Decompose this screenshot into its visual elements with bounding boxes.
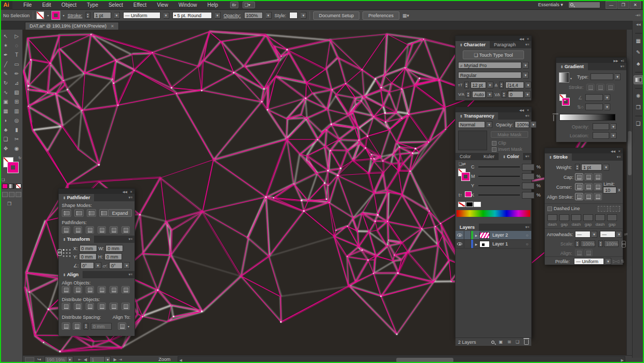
next-artboard-icon[interactable]: ▶ bbox=[113, 357, 116, 362]
intersect-button[interactable] bbox=[87, 209, 96, 217]
close-panel-icon[interactable]: ✕ bbox=[527, 108, 529, 112]
gradient-stroke-within-button[interactable] bbox=[586, 84, 595, 91]
gradient-type-field[interactable] bbox=[591, 73, 613, 80]
restore-button[interactable]: ❐ bbox=[618, 1, 629, 9]
pencil-tool[interactable]: ✏ bbox=[11, 69, 22, 79]
arrow-align-end-button[interactable] bbox=[584, 249, 593, 256]
scale-start-field[interactable]: 100% bbox=[581, 240, 595, 247]
current-color-swatch[interactable] bbox=[465, 191, 472, 197]
trim-button[interactable] bbox=[74, 226, 82, 234]
previous-color-icon[interactable]: t↑ bbox=[459, 192, 462, 198]
layer-name[interactable]: Layer 1 bbox=[492, 241, 523, 247]
workspace-switcher[interactable]: Essentials ▾ bbox=[538, 2, 563, 7]
flip-along-icon[interactable]: ▷◁ bbox=[613, 259, 619, 264]
font-size-field[interactable]: 12 pt bbox=[471, 82, 486, 88]
tab-gradient[interactable]: ⇕Gradient bbox=[556, 63, 588, 70]
expand-button[interactable]: Expand bbox=[108, 209, 132, 217]
tab-character[interactable]: ⇕Character bbox=[455, 41, 490, 48]
gradient-aspect-field[interactable] bbox=[585, 103, 603, 110]
hand-tool[interactable]: ✥ bbox=[1, 144, 11, 153]
spacing-stepper[interactable]: ▲▼ bbox=[84, 323, 88, 330]
y-field[interactable]: 0 mm bbox=[79, 253, 97, 260]
dash-field[interactable] bbox=[547, 214, 557, 221]
panel-menu-icon[interactable]: ▾≡ bbox=[523, 41, 531, 48]
layer-thumbnail[interactable] bbox=[479, 241, 490, 248]
white-swatch[interactable] bbox=[474, 202, 481, 207]
first-artboard-icon[interactable]: ⇤ bbox=[78, 357, 82, 362]
horizontal-distribute-space-button[interactable] bbox=[73, 322, 81, 330]
arrowhead-start-dropdown[interactable]: ▼ bbox=[592, 231, 597, 238]
tab-transform[interactable]: ⇕Transform bbox=[59, 236, 94, 243]
projecting-cap-button[interactable] bbox=[594, 173, 602, 180]
weight-stepper[interactable]: ▲▼ bbox=[575, 164, 580, 171]
close-panel-icon[interactable]: ✕ bbox=[618, 149, 621, 153]
arrowhead-start-field[interactable]: — bbox=[575, 231, 591, 238]
expand-panel-icon[interactable]: ▶▶ bbox=[613, 59, 618, 62]
collapse-panel-icon[interactable]: ◀◀ bbox=[519, 37, 524, 41]
scale-start-stepper[interactable]: ▲▼ bbox=[575, 240, 580, 247]
layer-row[interactable]: ▶ Layer 2 ○ bbox=[455, 231, 531, 240]
tab-transparency[interactable]: ⇕Transparency bbox=[455, 112, 498, 120]
leading-stepper[interactable]: ▲▼ bbox=[499, 82, 504, 88]
tab-layers[interactable]: Layers bbox=[455, 224, 479, 231]
none-mode-button[interactable] bbox=[16, 184, 21, 189]
distribute-bottom-button[interactable] bbox=[86, 303, 94, 310]
artboards-icon[interactable]: ❑ bbox=[634, 119, 643, 128]
tracking-field[interactable]: 0 bbox=[508, 91, 524, 98]
align-dash-button[interactable] bbox=[610, 206, 620, 212]
rotate-tool[interactable]: ↻ bbox=[1, 79, 11, 88]
align-center-button[interactable] bbox=[575, 193, 583, 200]
width-tool[interactable]: ∿ bbox=[1, 88, 11, 97]
link-scale-icon[interactable] bbox=[621, 241, 626, 247]
spacing-field[interactable]: 0 mm bbox=[91, 323, 112, 330]
artboard-dropdown[interactable]: ▼ bbox=[105, 356, 111, 362]
menu-view[interactable]: View bbox=[152, 1, 173, 9]
scale-end-field[interactable]: 100% bbox=[604, 240, 619, 247]
symbol-sprayer-tool[interactable]: ♣ bbox=[1, 125, 11, 135]
make-clipping-mask-icon[interactable]: ▣ bbox=[499, 340, 503, 344]
scroll-right-icon[interactable]: ▶ bbox=[621, 358, 624, 362]
menu-window[interactable]: Window bbox=[174, 1, 202, 9]
clip-checkbox[interactable] bbox=[492, 141, 497, 146]
butt-cap-button[interactable] bbox=[575, 173, 583, 180]
zoom-tool[interactable]: ◉ bbox=[11, 144, 22, 153]
tab-pathfinder[interactable]: ⇕Pathfinder bbox=[59, 194, 94, 201]
collapse-panel-icon[interactable]: ◀◀ bbox=[611, 149, 615, 153]
fill-stroke-toggle-icon[interactable]: ❏⇄ bbox=[459, 162, 466, 166]
gradient-angle-field[interactable] bbox=[585, 94, 603, 101]
new-layer-icon[interactable]: ❏ bbox=[516, 340, 519, 344]
vertical-scrollbar-thumb[interactable] bbox=[628, 131, 632, 175]
magic-wand-tool[interactable]: ✶ bbox=[1, 41, 11, 50]
align-top-button[interactable] bbox=[98, 286, 106, 293]
draw-normal-button[interactable] bbox=[2, 192, 8, 197]
layer-name[interactable]: Layer 2 bbox=[492, 232, 523, 238]
paintbrush-tool[interactable]: ✎ bbox=[1, 69, 11, 79]
align-to-selection-icon[interactable] bbox=[118, 322, 126, 330]
selection-tool[interactable]: ↖ bbox=[1, 32, 11, 41]
round-join-button[interactable] bbox=[584, 183, 593, 190]
unite-button[interactable] bbox=[62, 209, 71, 217]
reference-point-grid[interactable] bbox=[63, 249, 64, 251]
expand-dock-icon[interactable]: ◀◀ bbox=[633, 21, 644, 29]
transparency-opacity-dropdown[interactable]: ▼ bbox=[531, 121, 536, 128]
limit-field[interactable]: 10 bbox=[603, 187, 616, 193]
swap-arrowheads-icon[interactable]: ⇄ bbox=[624, 232, 628, 237]
opacity-dropdown[interactable]: ▼ bbox=[266, 12, 272, 19]
w-field[interactable]: 0 mm bbox=[105, 245, 123, 252]
app-logo[interactable]: Ai bbox=[0, 0, 12, 10]
divide-button[interactable] bbox=[62, 226, 70, 234]
brushes-icon[interactable]: ✎ bbox=[634, 48, 643, 57]
font-family-dropdown[interactable]: ▼ bbox=[523, 62, 529, 69]
gradient-preview-swatch[interactable] bbox=[559, 72, 569, 83]
brush-definition-field[interactable]: • 5 pt. Round bbox=[172, 12, 212, 19]
perspective-grid-tool[interactable]: ⊞ bbox=[11, 97, 22, 107]
panel-menu-icon[interactable]: ▾≡ bbox=[523, 224, 531, 231]
graphic-styles-icon[interactable]: ❐ bbox=[634, 103, 643, 112]
panel-menu-icon[interactable]: ▾≡ bbox=[621, 59, 624, 62]
kerning-field[interactable]: Auto bbox=[472, 91, 486, 98]
variable-width-dropdown[interactable]: ▼ bbox=[164, 12, 169, 19]
control-panel-menu-icon[interactable]: ▦▾ bbox=[403, 13, 409, 18]
swap-fill-stroke-icon[interactable]: ↻ bbox=[18, 156, 21, 160]
bridge-button[interactable]: Br bbox=[230, 2, 238, 8]
weight-dropdown[interactable]: ▼ bbox=[603, 164, 609, 171]
